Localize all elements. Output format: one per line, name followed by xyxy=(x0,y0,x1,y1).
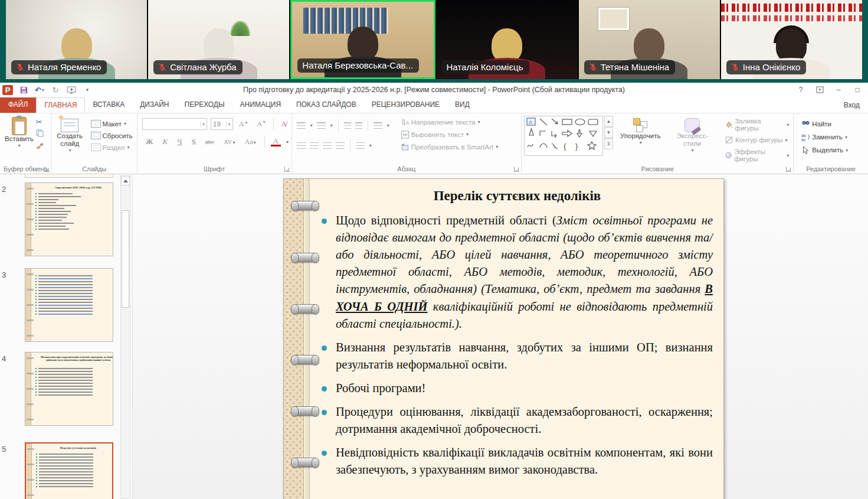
binder-ring-icon xyxy=(291,304,319,314)
ribbon-display-options-icon[interactable] xyxy=(811,84,828,96)
slide-thumbnail-5[interactable]: 5 Перелік суттєвих недоліків xyxy=(0,442,132,499)
tab-вставка[interactable]: ВСТАВКА xyxy=(85,97,132,113)
increase-indent-icon[interactable] xyxy=(355,122,362,129)
find-button[interactable]: Найти xyxy=(800,119,866,129)
bold-button[interactable]: Ж xyxy=(143,137,156,146)
participant-tile-1[interactable]: Наталя Яременко xyxy=(6,0,147,79)
help-button[interactable]: ? xyxy=(792,84,809,96)
customize-qat-icon[interactable]: ▾ xyxy=(82,85,93,95)
tab-рецензирование[interactable]: РЕЦЕНЗИРОВАНИЕ xyxy=(364,97,447,113)
decrease-font-icon[interactable]: А▼ xyxy=(254,119,268,129)
slide-ornament-strip xyxy=(284,179,304,499)
clipboard-dialog-launcher[interactable] xyxy=(44,167,50,172)
participant-tile-4[interactable]: Наталія Коломієць xyxy=(437,0,578,79)
slide-bullet-1[interactable]: Щодо відповідності предметній області (З… xyxy=(336,212,713,332)
align-text-button[interactable]: Выровнять текст▾ xyxy=(399,130,500,139)
strikethrough-button[interactable]: abc xyxy=(203,138,217,145)
shapes-scroll-down-icon[interactable]: ▼ xyxy=(604,127,613,138)
italic-button[interactable]: К xyxy=(160,137,170,146)
shapes-more-icon[interactable]: ⊻ xyxy=(604,138,613,149)
drawing-dialog-launcher[interactable] xyxy=(786,167,791,172)
slide-thumbnail-4[interactable]: 4 Положення про акредитацію освітніх про… xyxy=(0,352,132,429)
tab-вид[interactable]: ВИД xyxy=(447,97,477,113)
minimize-button[interactable]: – xyxy=(830,84,847,96)
undo-button[interactable]: ↶▾ xyxy=(34,85,45,95)
new-slide-button[interactable]: Создать слайд▾ xyxy=(54,116,86,155)
svg-text:A: A xyxy=(529,119,532,125)
slide-bullet-4[interactable]: Процедури оцінювання, ліквідації академз… xyxy=(336,403,713,438)
participant-tile-5[interactable]: Тетяна Мішеніна xyxy=(579,0,720,79)
slide-thumbnail-2[interactable]: 2 Акредитація 2025-2026 н.р. (21 ОП) xyxy=(0,182,132,259)
font-name-combo[interactable]: ▾ xyxy=(142,118,207,130)
paste-button[interactable]: Вставить▾ xyxy=(2,116,36,152)
copy-icon[interactable] xyxy=(36,129,44,139)
slide-thumbnail-image[interactable]: Положення про акредитацію освітніх прогр… xyxy=(25,352,113,426)
font-color-button[interactable]: А xyxy=(271,137,281,146)
character-spacing-button[interactable]: AV▾ xyxy=(221,138,238,145)
shapes-gallery[interactable]: A xyxy=(524,116,603,156)
align-center-icon[interactable] xyxy=(310,142,319,149)
slide-canvas[interactable]: Перелік суттєвих недоліків Щодо відповід… xyxy=(283,178,724,499)
columns-icon[interactable] xyxy=(356,142,365,149)
font-dialog-launcher[interactable] xyxy=(284,167,290,172)
arrange-button[interactable]: Упорядочить▾ xyxy=(618,116,663,146)
participant-tile-2[interactable]: Світлана Журба xyxy=(148,0,289,79)
slide-body[interactable]: Перелік суттєвих недоліків Щодо відповід… xyxy=(322,188,713,485)
tab-главная[interactable]: ГЛАВНАЯ xyxy=(36,97,85,113)
participant-tile-6[interactable]: Інна Онікієнко xyxy=(721,0,862,79)
reset-button[interactable]: Сбросить xyxy=(89,131,135,140)
change-case-button[interactable]: Aa▾ xyxy=(243,138,258,146)
start-slideshow-icon[interactable] xyxy=(66,85,77,95)
format-painter-icon[interactable] xyxy=(36,142,44,152)
tab-переходы[interactable]: ПЕРЕХОДЫ xyxy=(177,97,232,113)
slide-thumbnail-image[interactable] xyxy=(25,268,113,342)
bullets-icon[interactable] xyxy=(297,122,306,129)
powerpoint-icon[interactable]: P xyxy=(2,85,13,95)
thumbnail-scrollbar[interactable] xyxy=(120,175,130,499)
line-spacing-icon[interactable] xyxy=(374,122,382,129)
tab-дизайн[interactable]: ДИЗАЙН xyxy=(132,97,176,113)
paragraph-dialog-launcher[interactable] xyxy=(514,167,519,172)
align-right-icon[interactable] xyxy=(323,142,332,149)
slide-bullet-3[interactable]: Робочі програми! xyxy=(336,380,713,397)
select-button[interactable]: Выделить▾ xyxy=(800,145,866,155)
scrollbar-thumb[interactable] xyxy=(122,210,129,308)
justify-icon[interactable] xyxy=(336,142,345,149)
save-icon[interactable] xyxy=(18,85,29,95)
scroll-up-button[interactable] xyxy=(121,176,130,185)
slide-bullet-2[interactable]: Визнання результатів навчання, здобутих … xyxy=(336,339,713,373)
underline-button[interactable]: Ч xyxy=(175,137,184,146)
maximize-button[interactable]: □ xyxy=(849,84,866,96)
shape-outline-button[interactable]: Контур фигуры▾ xyxy=(723,135,791,145)
cut-icon[interactable]: ✂ xyxy=(36,118,44,126)
text-direction-button[interactable]: A Направление текста▾ xyxy=(399,118,500,127)
section-button[interactable]: Раздел▾ xyxy=(89,143,135,152)
increase-font-icon[interactable]: А▲ xyxy=(237,119,251,129)
tab-анимация[interactable]: АНИМАЦИЯ xyxy=(232,97,289,113)
clear-formatting-icon[interactable]: А̸ xyxy=(279,119,289,129)
font-size-combo[interactable]: 19▾ xyxy=(211,118,233,130)
quick-styles-button[interactable]: Экспресс-стили▾ xyxy=(667,116,717,155)
convert-smartart-button[interactable]: Преобразовать в SmartArt▾ xyxy=(399,142,500,152)
tab-показ-слайдов[interactable]: ПОКАЗ СЛАЙДОВ xyxy=(289,97,364,113)
decrease-indent-icon[interactable] xyxy=(344,122,351,129)
numbering-icon[interactable] xyxy=(317,122,326,129)
slide-bullet-5[interactable]: Невідповідність кваліфікації викладачів … xyxy=(336,444,713,478)
slide-thumbnail-image[interactable]: Акредитація 2025-2026 н.р. (21 ОП) xyxy=(25,182,113,256)
slide-thumbnail-3[interactable]: 3 xyxy=(0,268,132,345)
slide-title[interactable]: Перелік суттєвих недоліків xyxy=(322,188,713,204)
text-shadow-button[interactable]: S xyxy=(189,137,198,146)
align-left-icon[interactable] xyxy=(297,142,306,149)
shape-effects-icon xyxy=(725,151,732,159)
redo-button[interactable]: ↻ xyxy=(50,85,61,95)
replace-button[interactable]: abac Заменить▾ xyxy=(800,132,866,142)
layout-button[interactable]: Макет▾ xyxy=(89,119,135,128)
shape-fill-button[interactable]: Заливка фигуры▾ xyxy=(723,117,791,132)
slide-thumbnail-image[interactable]: Перелік суттєвих недоліків xyxy=(25,442,113,499)
sign-in-link[interactable]: Вход xyxy=(836,98,868,113)
shapes-scroll-up-icon[interactable]: ▲ xyxy=(604,116,613,127)
shape-effects-button[interactable]: Эффекты фигуры▾ xyxy=(723,148,791,163)
tab-file[interactable]: ФАЙЛ xyxy=(0,97,36,113)
thumbnail-slide-1-edge[interactable] xyxy=(25,174,113,178)
participant-tile-3[interactable]: Наталя Березовська-Сав... xyxy=(290,0,435,79)
